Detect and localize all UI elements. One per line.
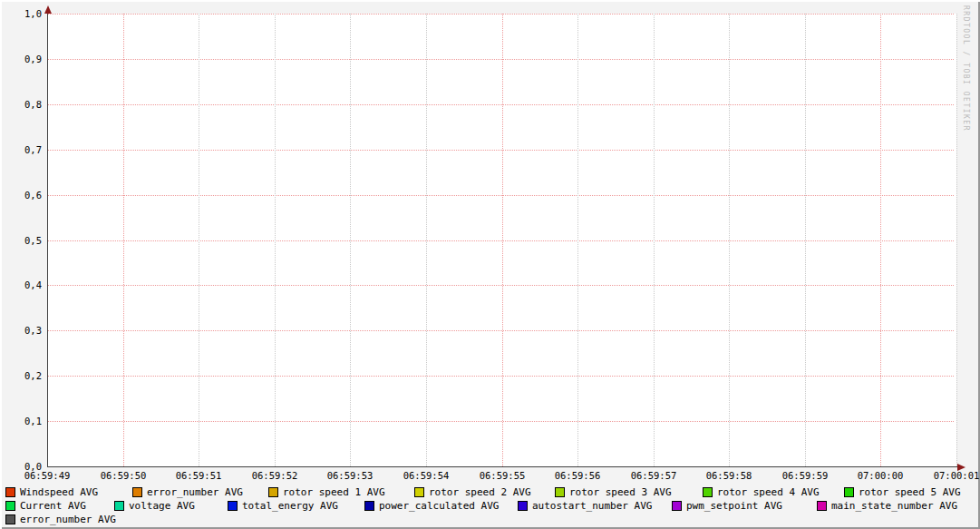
rrdtool-graph-image: 1,00,90,80,70,60,50,40,30,20,10,0 06:59:…: [0, 0, 980, 529]
legend-label: pwm_setpoint AVG: [686, 500, 782, 512]
x-tick-label: 06:59:50: [96, 470, 150, 481]
legend-label: rotor speed 1 AVG: [283, 486, 385, 498]
x-tick-label: 06:59:57: [626, 470, 681, 481]
y-gridline: [48, 150, 955, 151]
legend-label: rotor speed 4 AVG: [717, 486, 820, 498]
x-tick-label: 06:59:51: [171, 470, 226, 481]
y-gridline: [48, 240, 955, 241]
y-gridline: [48, 421, 955, 422]
y-gridline: [48, 376, 955, 377]
legend-color-swatch: [518, 501, 528, 511]
y-axis-line: [47, 8, 48, 467]
y-gridline: [48, 285, 955, 286]
x-gridline: [502, 14, 503, 466]
legend-label: rotor speed 2 AVG: [429, 486, 531, 498]
legend-color-swatch: [228, 501, 238, 511]
rrdtool-watermark: RRDTOOL / TOBI OETIKER: [962, 5, 970, 132]
y-tick-label: 0,2: [0, 370, 42, 381]
legend-color-swatch: [132, 487, 142, 497]
x-tick-label: 06:59:53: [323, 470, 377, 481]
x-gridline: [426, 14, 427, 466]
x-tick-label: 06:59:58: [702, 470, 756, 481]
legend-label: main_state_number AVG: [831, 500, 957, 512]
y-gridline: [48, 330, 955, 331]
legend-color-swatch: [114, 501, 124, 511]
legend-color-swatch: [5, 514, 15, 524]
y-gridline: [48, 104, 955, 105]
x-gridline: [199, 14, 199, 466]
legend-color-swatch: [364, 501, 374, 511]
y-tick-label: 0,5: [0, 235, 42, 246]
legend-label: voltage AVG: [129, 500, 195, 512]
legend-color-swatch: [414, 487, 424, 497]
legend-color-swatch: [817, 501, 827, 511]
x-gridline: [805, 14, 806, 466]
x-tick-label: 06:59:56: [550, 470, 605, 481]
legend-label: Windspeed AVG: [20, 486, 98, 498]
y-axis-arrow-icon: [44, 5, 52, 14]
legend-label: total_energy AVG: [242, 500, 338, 512]
legend-color-swatch: [844, 487, 854, 497]
y-tick-label: 0,1: [0, 416, 42, 426]
legend-color-swatch: [5, 501, 15, 511]
legend-label: autostart_number AVG: [532, 500, 652, 512]
x-tick-label: 07:00:01: [929, 470, 980, 481]
y-gridline: [48, 59, 955, 60]
y-tick-label: 0,3: [0, 325, 42, 336]
y-tick-label: 0,8: [0, 99, 42, 110]
x-gridline: [275, 14, 276, 466]
legend-color-swatch: [5, 487, 15, 497]
legend-label: rotor speed 5 AVG: [859, 486, 961, 498]
x-tick-label: 06:59:49: [20, 470, 74, 481]
x-tick-label: 06:59:59: [778, 470, 832, 481]
legend-label: error_number AVG: [20, 514, 116, 525]
y-tick-label: 0,6: [0, 190, 42, 201]
legend-label: error_number AVG: [147, 486, 243, 498]
legend-color-swatch: [672, 501, 682, 511]
x-tick-label: 06:59:54: [399, 470, 453, 481]
x-gridline: [123, 14, 124, 466]
legend-label: power_calculated AVG: [379, 500, 499, 512]
y-tick-label: 0,7: [0, 144, 42, 155]
x-tick-label: 06:59:52: [247, 470, 302, 481]
y-tick-label: 0,4: [0, 279, 42, 290]
y-tick-label: 1,0: [0, 8, 42, 19]
legend-color-swatch: [703, 487, 713, 497]
x-gridline: [654, 14, 655, 466]
y-tick-label: 0,9: [0, 54, 42, 64]
x-gridline: [956, 14, 957, 466]
x-gridline: [350, 14, 351, 466]
legend-label: rotor speed 3 AVG: [569, 486, 672, 498]
x-tick-label: 07:00:00: [853, 470, 907, 481]
x-gridline: [880, 14, 881, 466]
legend-color-swatch: [268, 487, 278, 497]
y-gridline: [48, 14, 955, 15]
y-gridline: [48, 195, 955, 196]
legend-label: Current AVG: [20, 500, 86, 512]
legend-color-swatch: [555, 487, 565, 497]
x-tick-label: 06:59:55: [475, 470, 529, 481]
x-gridline: [577, 14, 578, 466]
x-axis-line: [47, 466, 958, 467]
x-gridline: [729, 14, 730, 466]
